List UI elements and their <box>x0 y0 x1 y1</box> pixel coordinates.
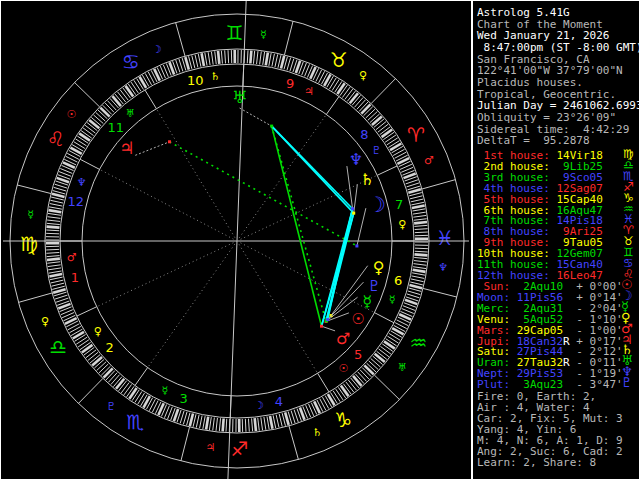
header-line: DeltaT = 95.2878 <box>477 135 590 146</box>
header-line: Wed January 21, 2026 <box>477 30 609 41</box>
header-line: Placidus houses. <box>477 77 583 88</box>
astrolog-window: ♈♂♉♀♊☿♋☽♌☉♍☿♎♀♏♇♐♃♑♄♒♅♓♆1♂2♀3☿4☽5☉6☿7♀8♇… <box>0 0 640 480</box>
planet-position-row: Plut: 3Aqu23 - 3°47' <box>477 379 623 390</box>
header-line: 122°41'00"W 37°79'00"N <box>477 65 623 76</box>
tally-line: Learn: 2, Share: 8 <box>477 457 596 468</box>
header-line: Julian Day = 2461062.6993 <box>477 100 640 111</box>
header-line: Obliquity = 23°26'09" <box>477 112 616 123</box>
planet-icon: ♇ <box>621 377 633 389</box>
header-line: Astrolog 5.41G <box>477 7 570 18</box>
panel-divider <box>471 0 473 480</box>
info-panel: Astrolog 5.41GChart of the MomentWed Jan… <box>0 0 640 480</box>
header-line: 8:47:00pm (ST -8:00 GMT) <box>477 42 640 53</box>
